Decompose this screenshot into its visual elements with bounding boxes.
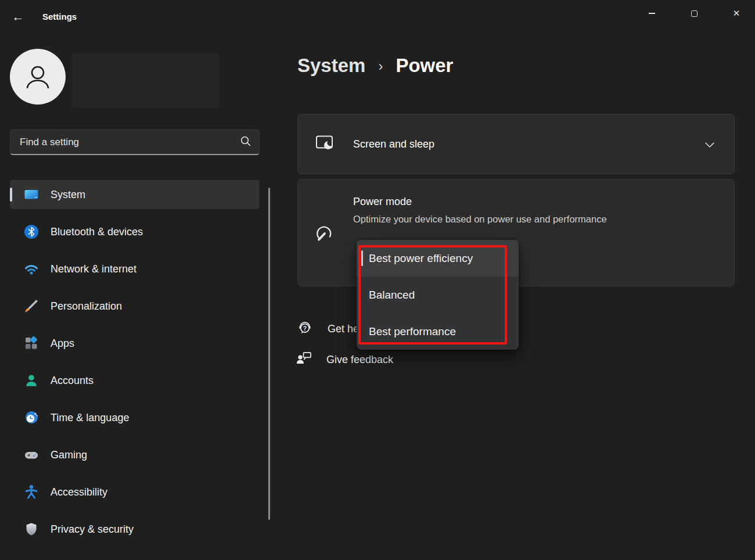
dropdown-option-best-power-efficiency[interactable]: Best power efficiency — [357, 240, 519, 277]
network-icon — [24, 261, 39, 277]
sidebar-item-personalization[interactable]: Personalization — [10, 292, 260, 321]
sidebar-item-label: Gaming — [51, 449, 87, 461]
back-button[interactable]: ← — [8, 8, 28, 26]
search-input[interactable] — [20, 137, 239, 148]
dropdown-option-best-performance[interactable]: Best performance — [357, 313, 519, 350]
sidebar-item-accessibility[interactable]: Accessibility — [10, 478, 260, 507]
sidebar-item-network-internet[interactable]: Network & internet — [10, 254, 260, 283]
accessibility-icon — [24, 484, 39, 500]
sidebar-item-label: Bluetooth & devices — [51, 226, 143, 238]
window-controls: ✕ — [638, 0, 750, 27]
avatar[interactable] — [10, 49, 66, 105]
power-mode-gauge-icon — [315, 224, 335, 245]
maximize-button[interactable] — [681, 0, 707, 27]
give-feedback-label: Give feedback — [326, 354, 393, 366]
sidebar-item-time-language[interactable]: Time & language — [10, 403, 260, 432]
gaming-icon — [24, 447, 39, 462]
breadcrumb: System › Power — [297, 52, 453, 79]
screen-and-sleep-card[interactable]: Screen and sleep — [297, 114, 735, 174]
sidebar-scrollbar[interactable] — [268, 188, 270, 520]
time-language-icon — [24, 410, 39, 425]
breadcrumb-separator-icon: › — [378, 57, 383, 74]
sidebar-item-label: Time & language — [51, 412, 129, 424]
app-title: Settings — [42, 12, 77, 21]
get-help-icon: ? — [296, 319, 314, 339]
card-subtitle: Optimize your device based on power use … — [353, 214, 607, 225]
sidebar-item-label: Privacy & security — [51, 523, 134, 536]
card-label: Screen and sleep — [353, 138, 434, 150]
bluetooth-icon — [24, 224, 39, 239]
close-icon: ✕ — [733, 8, 740, 19]
give-feedback-link[interactable]: Give feedback — [295, 350, 393, 369]
sidebar-item-privacy-security[interactable]: Privacy & security — [10, 515, 260, 544]
sidebar-item-label: Accessibility — [51, 486, 107, 498]
sidebar-item-accounts[interactable]: Accounts — [10, 366, 260, 395]
sidebar-item-label: Accounts — [51, 375, 94, 387]
sidebar-item-system[interactable]: System — [10, 180, 260, 209]
sidebar-item-apps[interactable]: Apps — [10, 329, 260, 358]
sidebar-item-bluetooth-devices[interactable]: Bluetooth & devices — [10, 217, 260, 246]
minimize-button[interactable] — [638, 0, 665, 27]
svg-text:?: ? — [303, 325, 307, 332]
titlebar: ← Settings ✕ — [0, 0, 755, 33]
sidebar-item-label: Network & internet — [51, 263, 136, 275]
user-icon — [20, 59, 56, 95]
chevron-down-icon[interactable] — [703, 138, 717, 154]
dropdown-option-label: Best performance — [369, 325, 456, 338]
back-icon: ← — [12, 10, 24, 23]
sidebar-item-label: Personalization — [51, 300, 122, 313]
system-icon — [24, 187, 39, 202]
give-feedback-icon — [295, 350, 312, 369]
power-mode-dropdown: Best power efficiency Balanced Best perf… — [357, 240, 519, 350]
maximize-icon — [691, 10, 698, 17]
close-button[interactable]: ✕ — [723, 0, 750, 27]
accounts-icon — [24, 373, 39, 388]
personalization-icon — [24, 299, 39, 314]
search-icon — [239, 135, 252, 150]
minimize-icon — [649, 13, 655, 14]
sidebar-nav: System Bluetooth & devices Network — [10, 180, 260, 544]
privacy-icon — [24, 522, 39, 537]
selected-option-indicator — [361, 250, 363, 266]
sidebar-item-gaming[interactable]: Gaming — [10, 440, 260, 469]
breadcrumb-system-link[interactable]: System — [297, 55, 365, 77]
selected-indicator — [10, 188, 12, 202]
dropdown-option-balanced[interactable]: Balanced — [357, 277, 519, 313]
screen-sleep-icon — [315, 135, 335, 155]
dropdown-option-label: Balanced — [369, 289, 415, 301]
sidebar-item-label: System — [51, 189, 85, 201]
user-name-placeholder — [73, 53, 219, 108]
dropdown-option-label: Best power efficiency — [369, 252, 473, 265]
search-box[interactable] — [10, 130, 260, 155]
apps-icon — [24, 336, 39, 351]
card-title: Power mode — [353, 196, 412, 208]
settings-window: ← Settings ✕ — [0, 0, 755, 560]
sidebar-item-label: Apps — [51, 338, 74, 350]
page-title: Power — [396, 55, 453, 77]
